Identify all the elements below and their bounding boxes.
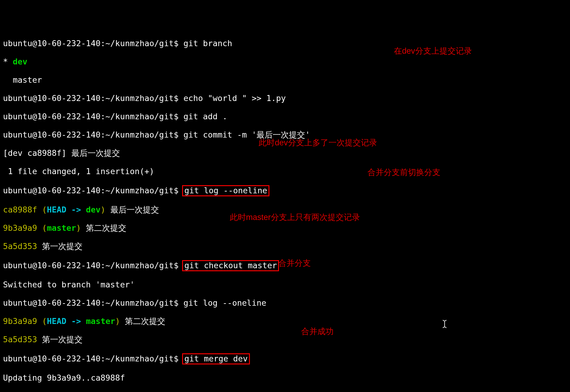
prompt: ubuntu@10-60-232-140:~/kunmzhao/git$: [3, 298, 183, 307]
terminal-line: Updating 9b3a9a9..ca8988f: [3, 373, 567, 383]
annotation: 合并成功: [301, 327, 334, 336]
branch-dev: dev: [8, 57, 27, 66]
paren: (: [42, 223, 47, 233]
cmd-git-branch: git branch: [183, 39, 232, 48]
annotation: 在dev分支上提交记录: [394, 46, 472, 56]
commit-msg: 最后一次提交: [105, 205, 159, 214]
branch-name: master: [86, 316, 115, 326]
paren: ): [100, 205, 105, 214]
cmd-git-checkout: git checkout master: [184, 261, 277, 270]
cmd-git-log: git log --oneline: [184, 186, 267, 195]
annotation: 合并分支前切换分支: [368, 168, 440, 177]
commit-hash: 5a5d353: [3, 335, 37, 344]
commit-msg: 第一次提交: [37, 242, 82, 251]
terminal-line: * dev: [3, 57, 567, 67]
annotation: 合并分支: [278, 259, 311, 268]
cmd-echo: echo "world " >> 1.py: [183, 94, 286, 103]
terminal-line: 5a5d353 第一次提交: [3, 242, 567, 251]
terminal-line: 1 file changed, 1 insertion(+): [3, 167, 567, 176]
commit-msg: 第二次提交: [81, 223, 126, 233]
ibeam-cursor-icon: [431, 309, 447, 331]
annotation: 此时dev分支上多了一次提交记录: [259, 138, 377, 147]
cmd-git-log: git log --oneline: [183, 298, 266, 307]
prompt: ubuntu@10-60-232-140:~/kunmzhao/git$: [3, 261, 183, 270]
terminal-line: [dev ca8988f] 最后一次提交: [3, 149, 567, 158]
terminal-line: ubuntu@10-60-232-140:~/kunmzhao/git$ git…: [3, 185, 567, 196]
terminal-line: ubuntu@10-60-232-140:~/kunmzhao/git$ git…: [3, 353, 567, 364]
paren: (: [42, 205, 47, 214]
prompt: ubuntu@10-60-232-140:~/kunmzhao/git$: [3, 39, 183, 48]
highlight-box: git merge dev: [182, 353, 250, 364]
highlight-box: git checkout master: [182, 260, 279, 271]
head-ref: HEAD ->: [47, 205, 86, 214]
terminal-line: master: [3, 76, 567, 85]
commit-hash: ca8988f: [3, 205, 42, 214]
commit-hash: 5a5d353: [3, 242, 37, 251]
branch-star: *: [3, 57, 8, 66]
terminal-line: ubuntu@10-60-232-140:~/kunmzhao/git$ ech…: [3, 94, 567, 103]
terminal-line: 9b3a9a9 (master) 第二次提交: [3, 224, 567, 233]
merge-output-1: Updating 9b3a9a9..ca8988f: [3, 373, 125, 382]
branch-name: master: [47, 223, 76, 233]
prompt: ubuntu@10-60-232-140:~/kunmzhao/git$: [3, 94, 183, 103]
prompt: ubuntu@10-60-232-140:~/kunmzhao/git$: [3, 112, 183, 121]
paren: (: [42, 316, 47, 326]
terminal-line: Switched to branch 'master': [3, 280, 567, 290]
terminal-line: 9b3a9a9 (HEAD -> master) 第二次提交: [3, 317, 567, 326]
branch-name: dev: [86, 205, 100, 214]
prompt: ubuntu@10-60-232-140:~/kunmzhao/git$: [3, 130, 183, 139]
paren: ): [76, 223, 81, 233]
commit-hash: 9b3a9a9: [3, 223, 42, 233]
annotation: 此时master分支上只有两次提交记录: [230, 213, 360, 222]
commit-msg: 第二次提交: [120, 316, 165, 326]
switch-output: Switched to branch 'master': [3, 280, 135, 289]
head-ref: HEAD ->: [47, 316, 86, 326]
commit-hash: 9b3a9a9: [3, 316, 42, 326]
terminal-line: ubuntu@10-60-232-140:~/kunmzhao/git$ git…: [3, 39, 567, 48]
cmd-git-merge: git merge dev: [184, 354, 248, 363]
prompt: ubuntu@10-60-232-140:~/kunmzhao/git$: [3, 186, 183, 195]
cmd-git-add: git add .: [183, 112, 227, 121]
commit-msg: 第一次提交: [37, 335, 82, 344]
commit-output-1: [dev ca8988f] 最后一次提交: [3, 148, 120, 158]
terminal-line: ubuntu@10-60-232-140:~/kunmzhao/git$ git…: [3, 298, 567, 308]
paren: ): [115, 316, 120, 326]
terminal-line: ubuntu@10-60-232-140:~/kunmzhao/git$ git…: [3, 112, 567, 121]
highlight-box: git log --oneline: [182, 185, 269, 196]
commit-output-2: 1 file changed, 1 insertion(+): [3, 167, 154, 176]
prompt: ubuntu@10-60-232-140:~/kunmzhao/git$: [3, 354, 183, 363]
terminal-line: 5a5d353 第一次提交: [3, 335, 567, 344]
branch-master: master: [3, 75, 42, 85]
